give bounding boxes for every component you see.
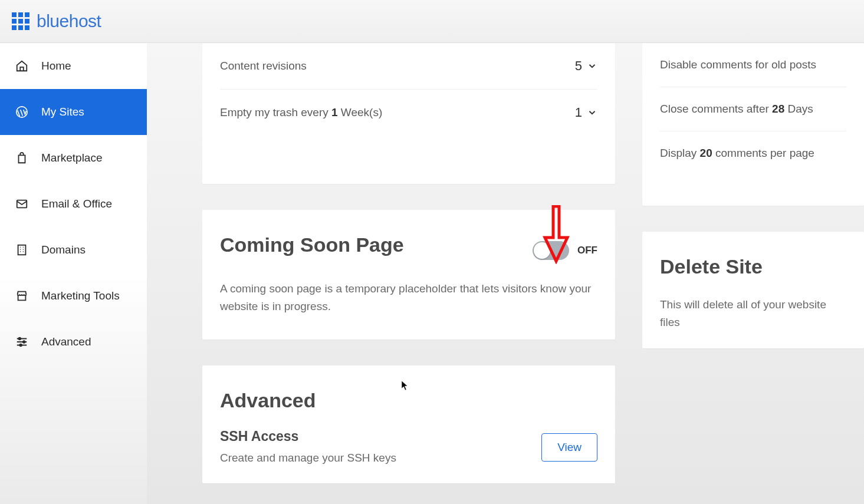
- sidebar-item-email-office[interactable]: Email & Office: [0, 181, 147, 227]
- empty-trash-value[interactable]: 1: [575, 105, 597, 120]
- sidebar-item-home[interactable]: Home: [0, 43, 147, 89]
- empty-trash-label: Empty my trash every 1 Week(s): [220, 106, 382, 119]
- advanced-title: Advanced: [220, 389, 597, 412]
- content-area: Content revisions 5 Empty my trash every…: [147, 43, 864, 504]
- content-revisions-label: Content revisions: [220, 60, 307, 73]
- coming-soon-card: Coming Soon Page OFF A coming soon page …: [202, 210, 615, 340]
- svg-point-4: [23, 341, 25, 343]
- sidebar-item-domains[interactable]: Domains: [0, 227, 147, 273]
- bag-icon: [15, 151, 28, 164]
- chevron-down-icon: [587, 107, 597, 118]
- coming-soon-desc: A coming soon page is a temporary placeh…: [220, 280, 597, 316]
- delete-site-title: Delete Site: [660, 255, 846, 278]
- sidebar: Home My Sites Marketplace Email & Office…: [0, 43, 147, 504]
- toggle-knob: [534, 242, 550, 259]
- sidebar-item-marketing-tools[interactable]: Marketing Tools: [0, 273, 147, 319]
- svg-point-5: [19, 344, 22, 347]
- building-icon: [15, 243, 28, 256]
- sidebar-item-label: My Sites: [41, 106, 84, 118]
- sidebar-item-label: Marketing Tools: [41, 289, 120, 302]
- ssh-access-desc: Create and manage your SSH keys: [220, 449, 396, 467]
- ssh-access-title: SSH Access: [220, 429, 396, 444]
- sliders-icon: [15, 335, 28, 348]
- advanced-card: Advanced SSH Access Create and manage yo…: [202, 365, 615, 483]
- close-comments-row[interactable]: Close comments after 28 Days: [660, 87, 846, 131]
- settings-card: Content revisions 5 Empty my trash every…: [202, 43, 615, 184]
- sidebar-item-marketplace[interactable]: Marketplace: [0, 135, 147, 181]
- sidebar-item-label: Email & Office: [41, 197, 112, 210]
- content-revisions-row[interactable]: Content revisions 5: [220, 43, 597, 90]
- svg-point-3: [19, 338, 21, 340]
- chevron-down-icon: [587, 61, 597, 71]
- empty-trash-row[interactable]: Empty my trash every 1 Week(s) 1: [220, 90, 597, 167]
- mail-icon: [15, 197, 28, 210]
- sidebar-item-label: Domains: [41, 243, 86, 256]
- disable-comments-row[interactable]: Disable comments for old posts: [660, 43, 846, 87]
- sidebar-item-label: Home: [41, 60, 71, 73]
- home-icon: [15, 60, 28, 73]
- toggle-state-label: OFF: [577, 245, 597, 256]
- sidebar-item-my-sites[interactable]: My Sites: [0, 89, 147, 135]
- delete-site-card: Delete Site This will delete all of your…: [642, 232, 864, 348]
- sidebar-item-label: Advanced: [41, 335, 91, 348]
- delete-site-desc: This will delete all of your website fil…: [660, 296, 846, 332]
- brand-logo[interactable]: bluehost: [12, 11, 101, 31]
- view-button[interactable]: View: [541, 433, 597, 462]
- svg-rect-2: [18, 245, 26, 255]
- content-revisions-value[interactable]: 5: [575, 58, 597, 74]
- brand-name: bluehost: [37, 11, 101, 31]
- sidebar-item-label: Marketplace: [41, 151, 103, 164]
- coming-soon-title: Coming Soon Page: [220, 233, 404, 256]
- coming-soon-toggle[interactable]: [533, 241, 569, 260]
- sidebar-item-advanced[interactable]: Advanced: [0, 319, 147, 365]
- grid-icon: [12, 12, 29, 30]
- comments-card: Disable comments for old posts Close com…: [642, 43, 864, 206]
- app-header: bluehost: [0, 0, 864, 43]
- wordpress-icon: [15, 106, 28, 118]
- display-comments-row[interactable]: Display 20 comments per page: [660, 131, 846, 189]
- store-icon: [15, 289, 28, 302]
